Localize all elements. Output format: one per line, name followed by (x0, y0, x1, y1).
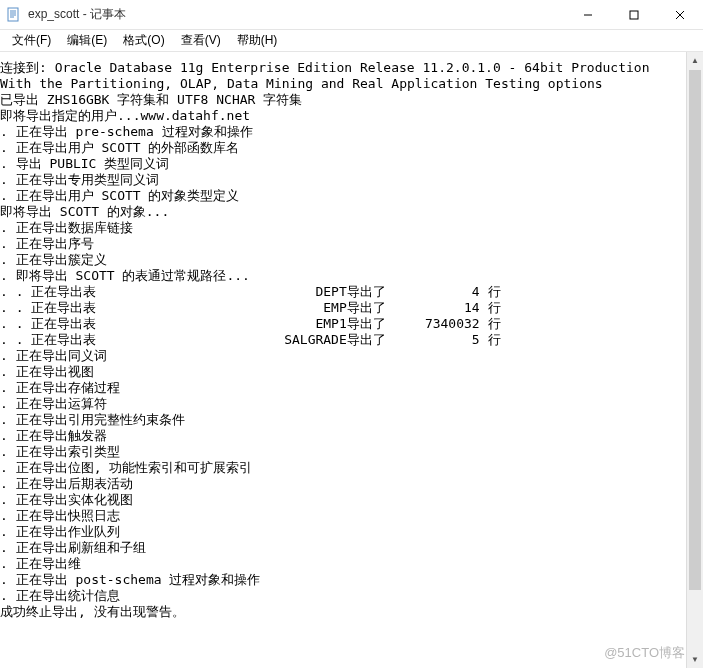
window-title: exp_scott - 记事本 (28, 6, 565, 23)
window-controls (565, 0, 703, 29)
scroll-up-arrow[interactable]: ▲ (687, 52, 703, 69)
text-line: . . 正在导出表 EMP导出了 14 行 (0, 300, 703, 316)
titlebar: exp_scott - 记事本 (0, 0, 703, 30)
text-line: . 正在导出专用类型同义词 (0, 172, 703, 188)
text-line: . . 正在导出表 DEPT导出了 4 行 (0, 284, 703, 300)
text-line: 连接到: Oracle Database 11g Enterprise Edit… (0, 60, 703, 76)
text-line: . 正在导出 pre-schema 过程对象和操作 (0, 124, 703, 140)
text-line: . 正在导出运算符 (0, 396, 703, 412)
text-line: . 正在导出作业队列 (0, 524, 703, 540)
text-line: 已导出 ZHS16GBK 字符集和 UTF8 NCHAR 字符集 (0, 92, 703, 108)
text-line: 即将导出 SCOTT 的对象... (0, 204, 703, 220)
text-line: . 正在导出引用完整性约束条件 (0, 412, 703, 428)
text-line: . 正在导出索引类型 (0, 444, 703, 460)
close-button[interactable] (657, 0, 703, 29)
text-line: . 正在导出用户 SCOTT 的对象类型定义 (0, 188, 703, 204)
text-line: . 正在导出实体化视图 (0, 492, 703, 508)
text-line: . 正在导出同义词 (0, 348, 703, 364)
text-line: . 正在导出触发器 (0, 428, 703, 444)
menu-file[interactable]: 文件(F) (4, 30, 59, 51)
menu-format[interactable]: 格式(O) (115, 30, 172, 51)
text-line: . 正在导出位图, 功能性索引和可扩展索引 (0, 460, 703, 476)
text-line: . 正在导出维 (0, 556, 703, 572)
scroll-down-arrow[interactable]: ▼ (687, 651, 703, 668)
menu-help[interactable]: 帮助(H) (229, 30, 286, 51)
minimize-button[interactable] (565, 0, 611, 29)
text-line: 成功终止导出, 没有出现警告。 (0, 604, 703, 620)
text-line: . 即将导出 SCOTT 的表通过常规路径... (0, 268, 703, 284)
text-line: . 正在导出存储过程 (0, 380, 703, 396)
text-line: . 正在导出簇定义 (0, 252, 703, 268)
text-line: . 正在导出快照日志 (0, 508, 703, 524)
text-line: . 正在导出 post-schema 过程对象和操作 (0, 572, 703, 588)
scroll-thumb[interactable] (689, 70, 701, 590)
menubar: 文件(F) 编辑(E) 格式(O) 查看(V) 帮助(H) (0, 30, 703, 52)
menu-view[interactable]: 查看(V) (173, 30, 229, 51)
text-line: . 正在导出数据库链接 (0, 220, 703, 236)
vertical-scrollbar[interactable]: ▲ ▼ (686, 52, 703, 668)
watermark: @51CTO博客 (604, 644, 685, 662)
text-line: . 正在导出后期表活动 (0, 476, 703, 492)
text-line: . 导出 PUBLIC 类型同义词 (0, 156, 703, 172)
text-line: . . 正在导出表 SALGRADE导出了 5 行 (0, 332, 703, 348)
text-line: . 正在导出统计信息 (0, 588, 703, 604)
text-line: . 正在导出视图 (0, 364, 703, 380)
text-line: . . 正在导出表 EMP1导出了 7340032 行 (0, 316, 703, 332)
svg-rect-6 (630, 11, 638, 19)
text-line: With the Partitioning, OLAP, Data Mining… (0, 76, 703, 92)
maximize-button[interactable] (611, 0, 657, 29)
text-line: 即将导出指定的用户...www.datahf.net (0, 108, 703, 124)
notepad-icon (6, 7, 22, 23)
text-line: . 正在导出用户 SCOTT 的外部函数库名 (0, 140, 703, 156)
menu-edit[interactable]: 编辑(E) (59, 30, 115, 51)
text-content[interactable]: 连接到: Oracle Database 11g Enterprise Edit… (0, 52, 703, 620)
text-line: . 正在导出序号 (0, 236, 703, 252)
text-line: . 正在导出刷新组和子组 (0, 540, 703, 556)
